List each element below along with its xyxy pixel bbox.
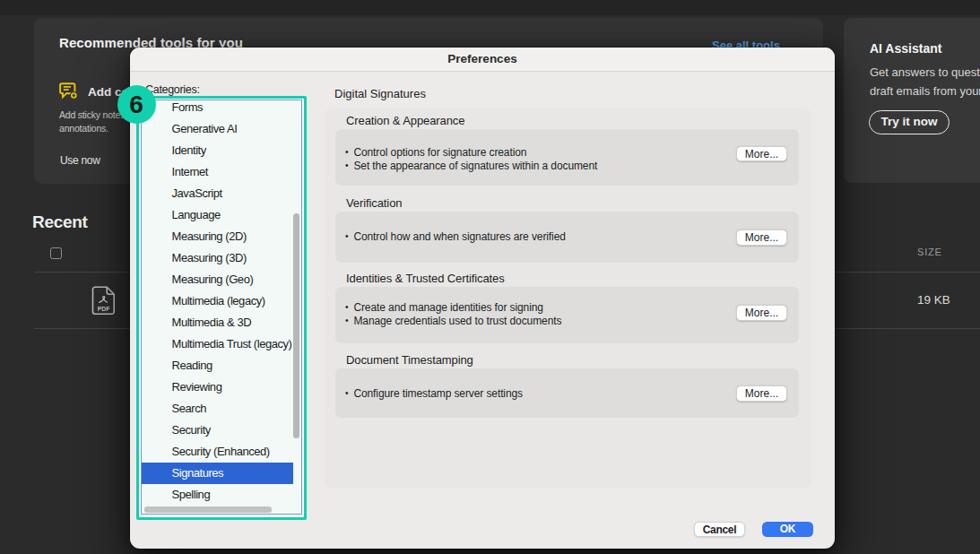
settings-bullet: Set the appearance of signatures within … xyxy=(345,160,727,173)
settings-group-heading: Identities & Trusted Certificates xyxy=(346,272,811,286)
try-it-now-button[interactable]: Try it now xyxy=(869,110,950,134)
category-item[interactable]: Multimedia Trust (legacy) xyxy=(142,333,293,355)
category-item[interactable]: Reviewing xyxy=(142,377,293,398)
category-item[interactable]: Forms xyxy=(142,100,293,119)
settings-bullet: Control how and when signatures are veri… xyxy=(345,230,727,244)
pdf-file-icon: PDF xyxy=(91,286,116,319)
settings-group-heading: Document Timestamping xyxy=(346,353,811,368)
settings-bullet: Manage credentials used to trust documen… xyxy=(345,315,727,328)
category-item[interactable]: Spelling xyxy=(142,484,293,506)
tool-description-line1: Add sticky notes, xyxy=(59,109,127,121)
category-item[interactable]: Multimedia (legacy) xyxy=(142,290,293,312)
settings-group-heading: Verification xyxy=(346,196,811,211)
settings-group-box: Control options for signature creation S… xyxy=(335,129,799,186)
ai-assistant-text-line2: draft emails from your xyxy=(870,84,980,98)
category-item[interactable]: Signatures xyxy=(142,463,293,484)
settings-bullet: Configure timestamp server settings xyxy=(345,387,727,401)
settings-group-bullets: Configure timestamp server settings xyxy=(345,387,727,401)
ai-assistant-text-line1: Get answers to questio xyxy=(870,65,980,79)
settings-group: Verification Control how and when signat… xyxy=(325,196,811,263)
size-column-header[interactable]: SIZE xyxy=(917,247,942,257)
cancel-button[interactable]: Cancel xyxy=(694,522,745,537)
panel-title: Digital Signatures xyxy=(334,87,426,100)
category-item[interactable]: Measuring (3D) xyxy=(142,247,293,269)
settings-group-box: Create and manage identities for signing… xyxy=(335,287,799,343)
settings-group-bullets: Control options for signature creation S… xyxy=(345,146,727,173)
pdf-icon-label: PDF xyxy=(98,306,110,312)
categories-horizontal-scrollbar[interactable] xyxy=(144,506,272,513)
category-item[interactable]: Measuring (Geo) xyxy=(142,269,293,290)
settings-group: Document Timestamping Configure timestam… xyxy=(325,353,811,418)
categories-vertical-scrollbar[interactable] xyxy=(293,213,299,438)
category-item[interactable]: Language xyxy=(142,204,293,226)
category-item[interactable]: Search xyxy=(142,398,293,420)
settings-group-box: Control how and when signatures are veri… xyxy=(335,212,799,263)
settings-group: Identities & Trusted Certificates Create… xyxy=(325,272,811,343)
file-size-value: 19 KB xyxy=(917,293,950,307)
digital-signatures-panel: Creation & Appearance Control options fo… xyxy=(325,108,811,488)
tutorial-highlight-box: Forms Generative AI Identity Internet Ja… xyxy=(136,96,307,520)
settings-group: Creation & Appearance Control options fo… xyxy=(325,114,811,186)
add-comments-icon xyxy=(59,82,78,103)
ok-button[interactable]: OK xyxy=(762,522,813,537)
more-button[interactable]: More... xyxy=(736,385,787,402)
category-item[interactable]: JavaScript xyxy=(142,183,293,204)
ai-assistant-card: AI Assistant Get answers to questio draf… xyxy=(844,18,980,183)
recent-heading: Recent xyxy=(32,212,88,232)
category-item[interactable]: Security (Enhanced) xyxy=(142,441,293,463)
category-item[interactable]: Identity xyxy=(142,140,293,161)
tutorial-step-badge: 6 xyxy=(117,85,156,124)
categories-list: Forms Generative AI Identity Internet Ja… xyxy=(142,100,293,506)
select-all-checkbox[interactable] xyxy=(50,247,62,259)
window-top-strip xyxy=(0,0,980,15)
more-button[interactable]: More... xyxy=(736,146,787,162)
settings-group-box: Configure timestamp server settings More… xyxy=(335,368,799,418)
category-item[interactable]: Security xyxy=(142,420,293,441)
category-item[interactable]: Generative AI xyxy=(142,118,293,140)
tool-description-line2: annotations. xyxy=(59,123,108,134)
ai-assistant-title: AI Assistant xyxy=(870,41,941,56)
category-item[interactable]: Measuring (2D) xyxy=(142,226,293,247)
category-item[interactable]: Multimedia & 3D xyxy=(142,312,293,333)
category-item[interactable]: Internet xyxy=(142,161,293,183)
use-now-link[interactable]: Use now xyxy=(60,154,100,167)
categories-listbox[interactable]: Forms Generative AI Identity Internet Ja… xyxy=(141,100,303,515)
settings-bullet: Control options for signature creation xyxy=(345,146,727,160)
more-button[interactable]: More... xyxy=(736,305,787,321)
settings-group-bullets: Control how and when signatures are veri… xyxy=(345,230,727,244)
settings-bullet: Create and manage identities for signing xyxy=(345,301,727,315)
category-item[interactable]: Reading xyxy=(142,355,293,377)
dialog-title: Preferences xyxy=(130,48,835,71)
more-button[interactable]: More... xyxy=(736,229,787,246)
settings-group-heading: Creation & Appearance xyxy=(346,114,811,128)
settings-group-bullets: Create and manage identities for signing… xyxy=(345,301,727,328)
dialog-titlebar: Preferences xyxy=(130,48,835,72)
preferences-dialog: Preferences Categories: Forms Generative… xyxy=(130,48,835,549)
